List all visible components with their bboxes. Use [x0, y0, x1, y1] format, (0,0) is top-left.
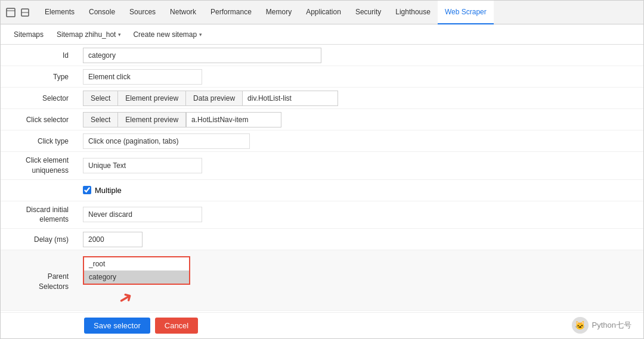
bottom-row: Save selector Cancel 🐱 Python七号 — [1, 312, 643, 338]
click-type-value-container: Click once (pagination, tabs) — [78, 131, 643, 151]
click-uniqueness-display: Unique Text — [83, 158, 202, 173]
selector-label: Selector — [1, 91, 78, 106]
selector-data-preview-btn[interactable]: Data preview — [186, 91, 243, 106]
click-uniqueness-value-container: Unique Text — [78, 155, 643, 176]
watermark: 🐱 Python七号 — [572, 317, 631, 334]
cancel-button[interactable]: Cancel — [155, 318, 198, 334]
id-value-container — [78, 45, 643, 66]
main-content: Id Type Element click Selector Select El… — [1, 45, 643, 312]
selector-element-preview-btn[interactable]: Element preview — [118, 91, 186, 106]
id-row: Id — [1, 45, 643, 66]
watermark-icon: 🐱 — [572, 317, 589, 334]
discard-value-container: Never discard — [78, 204, 643, 225]
click-element-preview-btn[interactable]: Element preview — [118, 112, 186, 127]
multiple-value-container: Multiple — [78, 184, 643, 197]
selector-value-display: div.HotList-list — [243, 91, 338, 106]
delay-label: Delay (ms) — [1, 232, 78, 247]
multiple-row: Multiple — [1, 180, 643, 201]
secondary-nav: Sitemaps Sitemap zhihu_hot ▾ Create new … — [1, 24, 643, 45]
selector-row: Selector Select Element preview Data pre… — [1, 88, 643, 109]
click-selector-controls: Select Element preview a.HotListNav-item — [83, 112, 281, 127]
svg-rect-0 — [7, 8, 15, 17]
create-sitemap-dropdown[interactable]: Create new sitemap ▾ — [128, 29, 207, 41]
tab-network[interactable]: Network — [163, 1, 203, 24]
tab-memory[interactable]: Memory — [259, 1, 299, 24]
delay-input[interactable] — [83, 232, 143, 247]
tab-elements[interactable]: Elements — [38, 1, 82, 24]
sitemap-chevron-icon: ▾ — [118, 32, 121, 38]
create-sitemap-label: Create new sitemap — [133, 30, 197, 39]
red-arrow-icon: ➜ — [114, 287, 136, 310]
delay-value-container — [78, 229, 643, 250]
arrow-container: ➜ — [119, 288, 639, 308]
multiple-checkbox[interactable] — [83, 186, 91, 194]
sitemaps-nav-btn[interactable]: Sitemaps — [8, 29, 49, 41]
click-type-label: Click type — [1, 133, 78, 149]
click-type-row: Click type Click once (pagination, tabs) — [1, 130, 643, 152]
parent-selectors-label: ParentSelectors — [1, 269, 78, 296]
discard-row: Discard initialelements Never discard — [1, 201, 643, 229]
parent-selector-category[interactable]: category — [84, 270, 189, 284]
selector-controls: Select Element preview Data preview div.… — [83, 91, 338, 106]
click-selector-value-container: Select Element preview a.HotListNav-item — [78, 110, 643, 130]
multiple-checkbox-row: Multiple — [83, 186, 122, 195]
parent-selector-dropdown[interactable]: _root category — [83, 256, 190, 285]
id-input[interactable] — [83, 48, 321, 63]
click-selector-value-display: a.HotListNav-item — [186, 112, 281, 127]
devtools-window: Elements Console Sources Network Perform… — [0, 0, 644, 339]
parent-selectors-area: _root category ➜ — [78, 254, 643, 310]
selector-value-container: Select Element preview Data preview div.… — [78, 88, 643, 108]
click-selector-row: Click selector Select Element preview a.… — [1, 109, 643, 130]
type-label: Type — [1, 69, 78, 85]
click-type-display: Click once (pagination, tabs) — [83, 133, 250, 149]
tab-web-scraper[interactable]: Web Scraper — [438, 1, 494, 24]
click-uniqueness-row: Click elementuniqueness Unique Text — [1, 152, 643, 180]
tab-performance[interactable]: Performance — [203, 1, 259, 24]
tab-console[interactable]: Console — [82, 1, 122, 24]
discard-label: Discard initialelements — [1, 201, 78, 229]
sitemap-dropdown-label: Sitemap zhihu_hot — [57, 30, 116, 39]
parent-selectors-row: ParentSelectors _root category ➜ — [1, 250, 643, 311]
tab-application[interactable]: Application — [299, 1, 348, 24]
watermark-emoji: 🐱 — [575, 321, 585, 330]
id-label: Id — [1, 48, 78, 63]
layers-icon[interactable] — [20, 7, 30, 18]
delay-row: Delay (ms) — [1, 229, 643, 250]
cursor-icon[interactable] — [5, 7, 16, 18]
click-selector-label: Click selector — [1, 112, 78, 127]
tab-security[interactable]: Security — [348, 1, 388, 24]
discard-display: Never discard — [83, 207, 202, 222]
type-row: Type Element click — [1, 66, 643, 88]
tab-icons — [5, 7, 30, 18]
multiple-checkbox-label: Multiple — [95, 186, 122, 195]
tab-sources[interactable]: Sources — [122, 1, 163, 24]
parent-selector-root[interactable]: _root — [84, 257, 189, 270]
click-uniqueness-label: Click elementuniqueness — [1, 152, 78, 179]
multiple-label-spacer — [1, 186, 78, 194]
sitemap-dropdown[interactable]: Sitemap zhihu_hot ▾ — [52, 29, 126, 41]
save-selector-button[interactable]: Save selector — [84, 318, 150, 334]
tab-lighthouse[interactable]: Lighthouse — [388, 1, 438, 24]
tab-bar: Elements Console Sources Network Perform… — [1, 1, 643, 24]
type-value-container: Element click — [78, 67, 643, 87]
selector-select-btn[interactable]: Select — [83, 91, 118, 106]
create-chevron-icon: ▾ — [199, 32, 202, 38]
click-selector-select-btn[interactable]: Select — [83, 112, 118, 127]
watermark-text: Python七号 — [592, 320, 631, 331]
type-display: Element click — [83, 69, 202, 85]
